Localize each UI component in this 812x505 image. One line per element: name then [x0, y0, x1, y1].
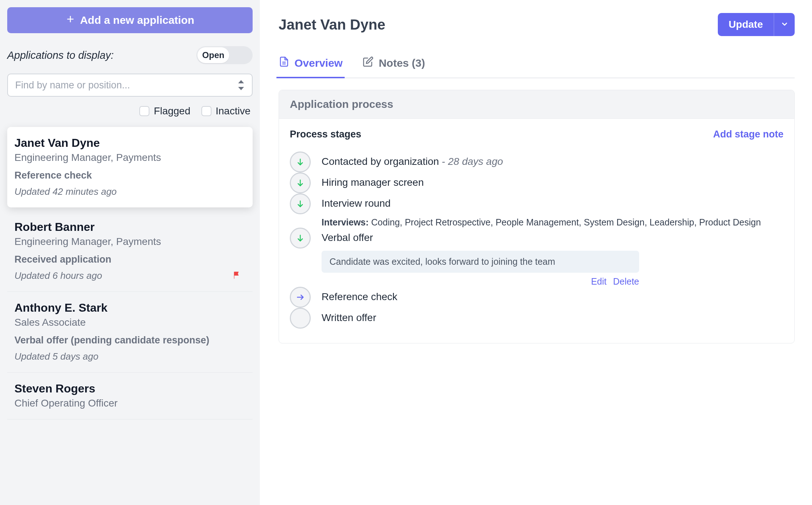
candidate-title: Janet Van Dyne — [279, 17, 385, 33]
note-delete-link[interactable]: Delete — [613, 276, 639, 287]
stage-label: Interview round — [322, 198, 783, 209]
flagged-label: Flagged — [154, 105, 190, 117]
application-stage: Received application — [14, 254, 245, 265]
application-card[interactable]: Janet Van DyneEngineering Manager, Payme… — [7, 127, 253, 207]
stages-list: Contacted by organization - 28 days agoH… — [290, 152, 783, 329]
stage-interviews: Interviews: Coding, Project Retrospectiv… — [322, 217, 783, 228]
application-list: Janet Van DyneEngineering Manager, Payme… — [7, 127, 253, 420]
checkbox-icon — [201, 106, 211, 116]
stage-status-icon — [290, 287, 311, 308]
stage-row: Written offer — [290, 308, 783, 329]
stage-time: - 28 days ago — [442, 156, 503, 167]
tab-overview[interactable]: Overview — [279, 56, 342, 78]
tab-notes[interactable]: Notes (3) — [363, 56, 425, 78]
application-updated: Updated 6 hours ago — [14, 270, 245, 281]
filter-label: Applications to display: — [7, 49, 114, 61]
stage-label: Hiring manager screen — [322, 177, 783, 188]
sidebar: Add a new application Applications to di… — [0, 0, 260, 505]
tab-overview-label: Overview — [294, 57, 342, 69]
stage-label: Contacted by organization - 28 days ago — [322, 156, 783, 167]
stage-label: Reference check — [322, 291, 783, 303]
inactive-label: Inactive — [216, 105, 251, 117]
stage-status-icon — [290, 152, 311, 172]
document-icon — [279, 56, 289, 70]
application-name: Anthony E. Stark — [14, 301, 245, 315]
stage-row: Contacted by organization - 28 days ago — [290, 152, 783, 172]
toggle-value: Open — [197, 47, 229, 63]
stage-row: Interview roundInterviews: Coding, Proje… — [290, 193, 783, 228]
stage-row: Hiring manager screen — [290, 172, 783, 193]
stage-row: Verbal offerCandidate was excited, looks… — [290, 228, 783, 287]
search-input[interactable] — [15, 80, 238, 91]
stage-status-icon — [290, 308, 311, 329]
stage-status-icon — [290, 228, 311, 249]
checkbox-icon — [139, 106, 149, 116]
plus-icon — [66, 14, 75, 26]
updown-icon — [238, 80, 245, 90]
add-stage-note-link[interactable]: Add stage note — [713, 129, 783, 140]
flagged-filter[interactable]: Flagged — [139, 105, 190, 117]
display-toggle[interactable]: Open — [196, 46, 253, 64]
stage-label: Verbal offer — [322, 232, 783, 243]
edit-icon — [363, 56, 374, 70]
tab-notes-label: Notes (3) — [379, 57, 425, 69]
stage-label: Written offer — [322, 312, 783, 324]
update-dropdown-button[interactable] — [774, 13, 795, 36]
application-name: Steven Rogers — [14, 382, 245, 395]
application-name: Robert Banner — [14, 220, 245, 234]
application-position: Engineering Manager, Payments — [14, 152, 245, 163]
application-updated: Updated 42 minutes ago — [14, 186, 245, 197]
update-button[interactable]: Update — [718, 13, 774, 36]
search-combobox[interactable] — [7, 74, 253, 97]
application-stage: Verbal offer (pending candidate response… — [14, 335, 245, 346]
note-edit-link[interactable]: Edit — [591, 276, 607, 287]
panel-title: Application process — [279, 90, 794, 119]
tabs: Overview Notes (3) — [279, 56, 795, 78]
application-position: Chief Operating Officer — [14, 398, 245, 409]
application-card[interactable]: Robert BannerEngineering Manager, Paymen… — [7, 211, 253, 292]
application-card[interactable]: Steven RogersChief Operating Officer — [7, 373, 253, 420]
stage-status-icon — [290, 172, 311, 193]
application-position: Engineering Manager, Payments — [14, 236, 245, 247]
stage-note: Candidate was excited, looks forward to … — [322, 251, 639, 273]
add-application-button[interactable]: Add a new application — [7, 7, 253, 33]
main-panel: Janet Van Dyne Update Overview — [260, 0, 812, 505]
application-card[interactable]: Anthony E. StarkSales AssociateVerbal of… — [7, 292, 253, 373]
flag-icon — [232, 271, 242, 281]
update-button-group: Update — [718, 13, 795, 36]
application-name: Janet Van Dyne — [14, 136, 245, 150]
inactive-filter[interactable]: Inactive — [201, 105, 251, 117]
stage-row: Reference check — [290, 287, 783, 308]
stage-status-icon — [290, 193, 311, 214]
application-position: Sales Associate — [14, 317, 245, 328]
stages-title: Process stages — [290, 129, 361, 140]
application-process-panel: Application process Process stages Add s… — [279, 90, 795, 343]
application-updated: Updated 5 days ago — [14, 351, 245, 362]
chevron-down-icon — [781, 20, 789, 29]
application-stage: Reference check — [14, 170, 245, 181]
add-application-label: Add a new application — [80, 14, 195, 26]
